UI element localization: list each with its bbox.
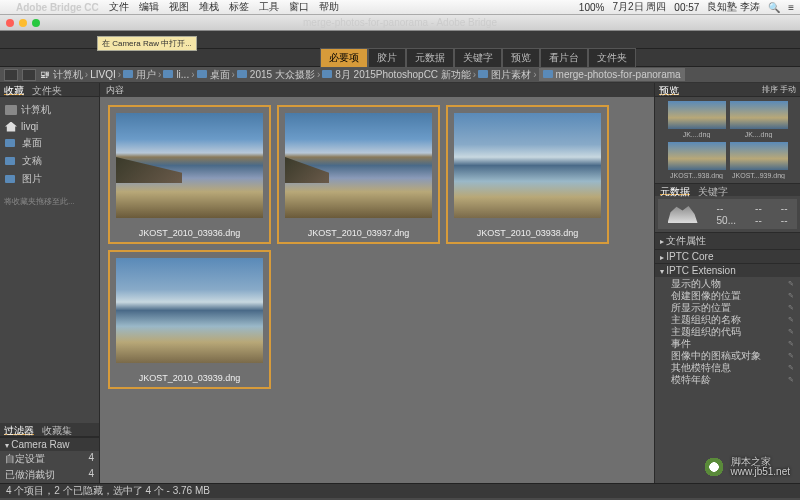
menu-label[interactable]: 标签 <box>229 0 249 14</box>
menubar-date: 7月2日 周四 <box>612 0 666 14</box>
status-text: 4 个项目，2 个已隐藏，选中了 4 个 - 3.76 MB <box>6 484 210 498</box>
menu-stack[interactable]: 堆栈 <box>199 0 219 14</box>
thumbnail-image <box>285 113 432 218</box>
nav-back-button[interactable] <box>4 69 18 81</box>
meta-field[interactable]: 显示的人物✎ <box>655 278 800 290</box>
folder-icon <box>5 157 15 165</box>
fav-computer[interactable]: 计算机 <box>2 101 97 119</box>
crumb-6[interactable]: 8月 2015PhotoshopCC 新功能 <box>322 68 471 82</box>
favorites-list: 计算机 livqi 桌面 文稿 图片 <box>0 97 99 192</box>
tab-filter[interactable]: 过滤器 <box>4 424 34 435</box>
meta-field[interactable]: 其他模特信息✎ <box>655 362 800 374</box>
meta-section-iptc-ext[interactable]: IPTC Extension <box>655 263 800 277</box>
tab-folders-panel[interactable]: 文件夹 <box>32 84 62 95</box>
path-bar: 🖳 计算机› LIVQI› 用户› li...› 桌面› 2015 大众摄影› … <box>0 67 800 83</box>
menu-edit[interactable]: 编辑 <box>139 0 159 14</box>
spotlight-icon[interactable]: 🔍 <box>768 2 780 13</box>
meta-field[interactable]: 主题组织的代码✎ <box>655 326 800 338</box>
tab-preview-panel[interactable]: 预览 <box>659 84 679 95</box>
menu-help[interactable]: 帮助 <box>319 0 339 14</box>
thumbnail-item[interactable]: JKOST_2010_03936.dng <box>108 105 271 244</box>
crumb-5[interactable]: 2015 大众摄影 <box>237 68 315 82</box>
filter-crop[interactable]: 已做消裁切4 <box>0 467 99 483</box>
close-button[interactable] <box>6 19 14 27</box>
histogram: --50... ---- ---- <box>658 199 797 229</box>
app-name[interactable]: Adobe Bridge CC <box>16 2 99 13</box>
window-title: merge-photos-for-panorama - Adobe Bridge <box>303 17 497 28</box>
fav-home[interactable]: livqi <box>2 119 97 134</box>
filter-custom[interactable]: 自定设置4 <box>0 451 99 467</box>
meta-field[interactable]: 所显示的位置✎ <box>655 302 800 314</box>
crumb-current[interactable]: merge-photos-for-panorama <box>539 68 685 81</box>
menu-file[interactable]: 文件 <box>109 0 129 14</box>
thumbnail-item[interactable]: JKOST_2010_03937.dng <box>277 105 440 244</box>
tab-metadata-panel[interactable]: 元数据 <box>660 185 690 195</box>
crumb-users[interactable]: 用户 <box>123 68 156 82</box>
crumb-desktop[interactable]: 桌面 <box>197 68 230 82</box>
thumbnail-grid: JKOST_2010_03936.dng JKOST_2010_03937.dn… <box>100 97 654 397</box>
edit-icon: ✎ <box>788 278 794 290</box>
tab-lighttable[interactable]: 看片台 <box>540 48 588 68</box>
menu-window[interactable]: 窗口 <box>289 0 309 14</box>
fav-desktop[interactable]: 桌面 <box>2 134 97 152</box>
meta-field[interactable]: 创建图像的位置✎ <box>655 290 800 302</box>
crumb-7[interactable]: 图片素材 <box>478 68 531 82</box>
zoom-button[interactable] <box>32 19 40 27</box>
filter-section-cameraraw[interactable]: Camera Raw <box>0 437 99 451</box>
menu-tools[interactable]: 工具 <box>259 0 279 14</box>
tab-preview[interactable]: 预览 <box>502 48 540 68</box>
edit-icon: ✎ <box>788 290 794 302</box>
meta-field[interactable]: 模特年龄✎ <box>655 374 800 386</box>
preview-thumb[interactable]: JK....dng <box>668 101 726 138</box>
minimize-button[interactable] <box>19 19 27 27</box>
meta-section-file[interactable]: 文件属性 <box>655 232 800 249</box>
fav-pictures[interactable]: 图片 <box>2 170 97 188</box>
window-titlebar: merge-photos-for-panorama - Adobe Bridge <box>0 15 800 31</box>
edit-icon: ✎ <box>788 338 794 350</box>
menubar-user[interactable]: 良知塾 李涛 <box>707 0 760 14</box>
preview-grid: JK....dng JK....dng JKOST...938.dng JKOS… <box>655 97 800 183</box>
thumbnail-item[interactable]: JKOST_2010_03938.dng <box>446 105 609 244</box>
traffic-lights <box>6 19 40 27</box>
favorites-panel-header: 收藏 文件夹 <box>0 83 99 97</box>
filter-panel-header: 过滤器 收藏集 <box>0 423 99 437</box>
tab-favorites[interactable]: 收藏 <box>4 84 24 95</box>
sort-dropdown[interactable]: 排序 手动 <box>762 84 796 95</box>
preview-thumb[interactable]: JK....dng <box>730 101 788 138</box>
menu-view[interactable]: 视图 <box>169 0 189 14</box>
edit-icon: ✎ <box>788 302 794 314</box>
metadata-panel-header: 元数据 关键字 <box>655 183 800 196</box>
battery-status[interactable]: 100% <box>579 2 605 13</box>
meta-section-iptc-core[interactable]: IPTC Core <box>655 249 800 263</box>
tab-metadata[interactable]: 元数据 <box>406 48 454 68</box>
notification-icon[interactable]: ≡ <box>788 2 794 13</box>
home-icon <box>5 122 17 132</box>
edit-icon: ✎ <box>788 374 794 386</box>
crumb-user[interactable]: li... <box>163 69 189 80</box>
tab-filmstrip[interactable]: 胶片 <box>368 48 406 68</box>
thumbnail-image <box>454 113 601 218</box>
crumb-computer[interactable]: 🖳 计算机 <box>40 68 83 82</box>
tab-keywords[interactable]: 关键字 <box>454 48 502 68</box>
meta-field[interactable]: 事件✎ <box>655 338 800 350</box>
right-panel: 预览排序 手动 JK....dng JK....dng JKOST...938.… <box>654 83 800 483</box>
meta-field[interactable]: 图像中的图稿或对象✎ <box>655 350 800 362</box>
preview-thumb[interactable]: JKOST...939.dng <box>730 142 788 179</box>
workspace-tabs: 必要项 胶片 元数据 关键字 预览 看片台 文件夹 <box>0 49 800 67</box>
preview-thumb[interactable]: JKOST...938.dng <box>668 142 726 179</box>
crumb-drive[interactable]: LIVQI <box>90 69 116 80</box>
tab-essentials[interactable]: 必要项 <box>320 48 368 68</box>
content-header: 内容 <box>100 83 654 97</box>
tab-keywords-panel[interactable]: 关键字 <box>698 185 728 195</box>
tab-collections[interactable]: 收藏集 <box>42 424 72 435</box>
thumbnail-item[interactable]: JKOST_2010_03939.dng <box>108 250 271 389</box>
macos-menubar: Adobe Bridge CC 文件 编辑 视图 堆栈 标签 工具 窗口 帮助 … <box>0 0 800 15</box>
edit-icon: ✎ <box>788 314 794 326</box>
fav-documents[interactable]: 文稿 <box>2 152 97 170</box>
tab-folders[interactable]: 文件夹 <box>588 48 636 68</box>
iptc-ext-list: 显示的人物✎ 创建图像的位置✎ 所显示的位置✎ 主题组织的名称✎ 主题组织的代码… <box>655 277 800 387</box>
left-panel: 收藏 文件夹 计算机 livqi 桌面 文稿 图片 将收藏夹拖移至此... 过滤… <box>0 83 100 483</box>
meta-field[interactable]: 主题组织的名称✎ <box>655 314 800 326</box>
status-bar: 4 个项目，2 个已隐藏，选中了 4 个 - 3.76 MB <box>0 483 800 498</box>
nav-forward-button[interactable] <box>22 69 36 81</box>
